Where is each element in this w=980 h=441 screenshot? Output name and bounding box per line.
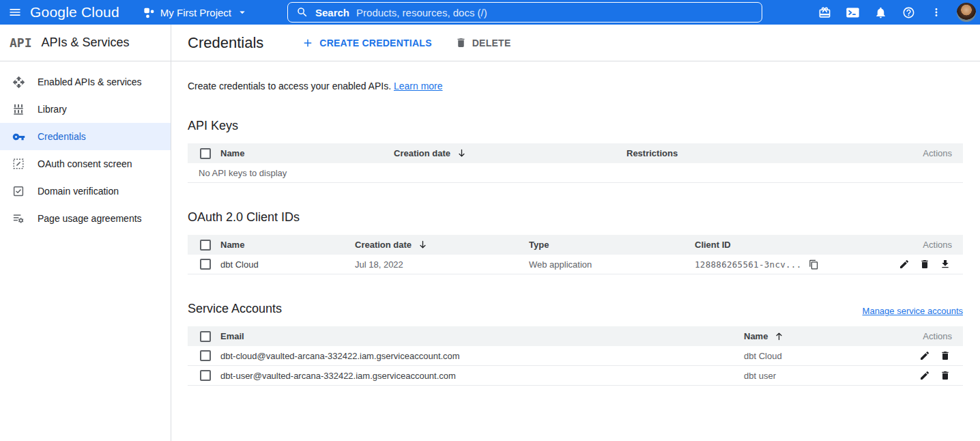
sidebar-item-enabled-apis[interactable]: Enabled APIs & services: [0, 68, 171, 96]
oauth-table-header: Name Creation date Type Client ID Action…: [188, 235, 963, 255]
service-accounts-table-header: Email Name Actions: [188, 326, 963, 346]
sa-col-name-label: Name: [744, 331, 768, 341]
trash-icon: [940, 370, 951, 381]
sidebar-item-credentials[interactable]: Credentials: [0, 123, 171, 150]
oauth-client-row: dbt Cloud Jul 18, 2022 Web application 1…: [188, 255, 963, 274]
oauth-select-all-checkbox[interactable]: [200, 240, 211, 251]
topbar-actions: [817, 0, 976, 25]
project-switcher[interactable]: My First Project: [143, 6, 248, 19]
manage-service-accounts-link[interactable]: Manage service accounts: [863, 306, 963, 316]
delete-button[interactable]: DELETE: [455, 37, 511, 48]
sa-col-actions: Actions: [881, 331, 963, 341]
oauth-client-type: Web application: [529, 259, 695, 270]
sidebar-item-oauth-consent[interactable]: OAuth consent screen: [0, 150, 171, 177]
api-keys-col-creation-date-label: Creation date: [394, 148, 450, 158]
help-icon: [902, 6, 915, 19]
oauth-client-id-cell: 128886265561-3ncv...: [695, 259, 881, 270]
notifications-bell-icon: [874, 6, 887, 19]
help-button[interactable]: [901, 0, 916, 25]
notifications-button[interactable]: [873, 0, 888, 25]
main-content: Credentials CREATE CREDENTIALS DELETE Cr…: [171, 25, 980, 441]
api-keys-empty-message: No API keys to display: [188, 163, 963, 183]
sa-name: dbt user: [744, 371, 881, 381]
cloud-shell-button[interactable]: [845, 0, 860, 25]
chevron-down-icon: [236, 6, 248, 18]
more-options-button[interactable]: [929, 0, 944, 25]
sidebar-item-label: Enabled APIs & services: [38, 76, 142, 87]
sa-col-name[interactable]: Name: [744, 331, 881, 341]
sa-name: dbt Cloud: [744, 351, 881, 361]
hamburger-menu-button[interactable]: [0, 0, 30, 25]
service-accounts-table: Email Name Actions dbt-cloud@vaulted-arc…: [188, 326, 963, 386]
api-keys-col-creation-date[interactable]: Creation date: [394, 148, 626, 158]
search-input[interactable]: Search Products, resources, docs (/): [287, 2, 762, 23]
download-oauth-client-button[interactable]: [938, 257, 952, 271]
sidebar-item-label: Library: [38, 104, 67, 115]
sidebar-item-library[interactable]: Library: [0, 96, 171, 123]
oauth-client-id-value: 128886265561-3ncv...: [695, 259, 802, 270]
learn-more-link[interactable]: Learn more: [394, 81, 443, 91]
intro-sentence: Create credentials to access your enable…: [188, 81, 391, 91]
oauth-client-name: dbt Cloud: [220, 259, 355, 270]
copy-icon: [809, 259, 819, 270]
api-keys-table: Name Creation date Restrictions Actions …: [188, 143, 963, 183]
user-avatar[interactable]: [957, 3, 976, 22]
oauth-client-creation-date: Jul 18, 2022: [355, 259, 529, 270]
oauth-col-creation-date[interactable]: Creation date: [355, 240, 529, 250]
create-credentials-label: CREATE CREDENTIALS: [319, 38, 431, 48]
edit-service-account-button[interactable]: [918, 349, 932, 362]
copy-client-id-button[interactable]: [808, 259, 820, 270]
search-placeholder: Products, resources, docs (/): [356, 7, 487, 18]
service-account-row: dbt-user@vaulted-arcana-332422.iam.gserv…: [188, 366, 963, 386]
edit-pencil-icon: [899, 259, 910, 270]
search-icon: [296, 6, 308, 18]
oauth-clients-table: Name Creation date Type Client ID Action…: [188, 235, 963, 274]
edit-pencil-icon: [919, 350, 930, 361]
service-accounts-section-title: Service Accounts: [188, 302, 282, 316]
sa-col-email[interactable]: Email: [220, 331, 744, 341]
sidebar: API APIs & Services Enabled APIs & servi…: [0, 25, 171, 441]
edit-service-account-button[interactable]: [918, 369, 932, 382]
service-accounts-header-row: Service Accounts Manage service accounts: [188, 302, 963, 316]
oauth-col-actions: Actions: [881, 240, 963, 250]
oauth-row-checkbox[interactable]: [200, 259, 211, 270]
oauth-col-creation-date-label: Creation date: [355, 240, 412, 250]
create-credentials-button[interactable]: CREATE CREDENTIALS: [302, 37, 431, 49]
key-icon: [12, 130, 25, 143]
sidebar-item-page-usage-agreements[interactable]: Page usage agreements: [0, 205, 171, 232]
plus-icon: [302, 37, 314, 49]
api-keys-table-header: Name Creation date Restrictions Actions: [188, 143, 963, 163]
google-cloud-logo[interactable]: Google Cloud: [30, 4, 119, 20]
delete-service-account-button[interactable]: [938, 349, 952, 362]
api-logo-icon: API: [10, 35, 32, 50]
sidebar-item-domain-verification[interactable]: Domain verification: [0, 177, 171, 205]
intro-text: Create credentials to access your enable…: [188, 81, 963, 91]
api-keys-col-restrictions[interactable]: Restrictions: [626, 148, 881, 158]
sidebar-item-label: OAuth consent screen: [38, 158, 132, 169]
sa-row-checkbox[interactable]: [200, 350, 211, 361]
cloud-shell-icon: [846, 5, 860, 20]
app-window: Google Cloud My First Project Search Pro…: [0, 0, 980, 441]
oauth-col-type[interactable]: Type: [529, 240, 695, 250]
sidebar-nav: Enabled APIs & services Library Credenti…: [0, 61, 171, 232]
edit-oauth-client-button[interactable]: [897, 257, 911, 271]
sort-up-icon: [774, 331, 784, 341]
project-name: My First Project: [160, 7, 231, 18]
sa-row-checkbox[interactable]: [200, 370, 211, 381]
page-title: Credentials: [188, 34, 263, 52]
delete-oauth-client-button[interactable]: [918, 257, 932, 271]
hamburger-menu-icon: [8, 5, 22, 19]
edit-pencil-icon: [919, 370, 930, 381]
service-accounts-select-all-checkbox[interactable]: [200, 331, 211, 342]
page-toolbar: Credentials CREATE CREDENTIALS DELETE: [171, 25, 980, 61]
api-keys-col-actions: Actions: [881, 148, 963, 158]
free-trial-gift-button[interactable]: [817, 0, 832, 25]
sidebar-item-label: Credentials: [38, 131, 86, 142]
api-keys-col-name[interactable]: Name: [220, 148, 394, 158]
oauth-col-client-id[interactable]: Client ID: [695, 240, 881, 250]
api-keys-select-all-checkbox[interactable]: [200, 148, 211, 159]
delete-label: DELETE: [472, 38, 511, 48]
delete-service-account-button[interactable]: [938, 369, 952, 382]
oauth-col-name[interactable]: Name: [220, 240, 355, 250]
trash-icon: [455, 37, 467, 48]
